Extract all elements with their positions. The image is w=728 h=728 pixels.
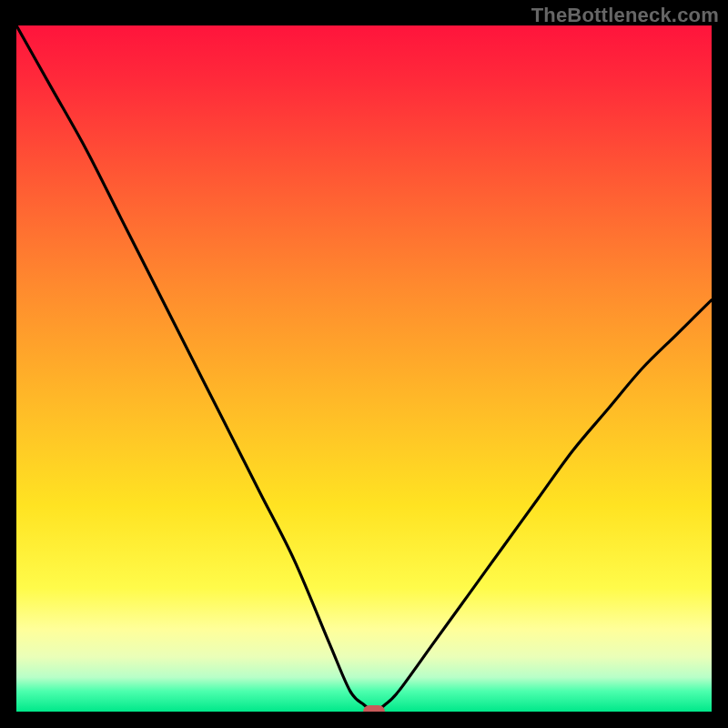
watermark-text: TheBottleneck.com — [531, 4, 719, 27]
plot-area — [16, 25, 712, 712]
chart-frame: TheBottleneck.com — [0, 0, 728, 728]
optimum-marker — [363, 705, 385, 712]
bottleneck-curve — [16, 25, 712, 712]
